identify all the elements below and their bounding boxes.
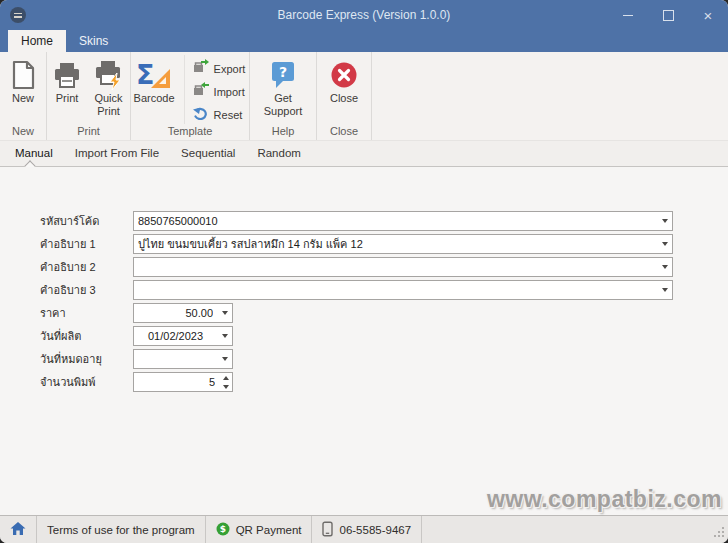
status-bar: Terms of use for the program $ QR Paymen… (0, 515, 728, 543)
price-input[interactable] (134, 304, 217, 322)
terms-link[interactable]: Terms of use for the program (37, 516, 206, 543)
resize-grip[interactable] (713, 526, 728, 543)
ribbon-group-close: Close Close (317, 52, 372, 140)
form-row-description-3: คำอธิบาย 3 (40, 281, 728, 299)
svg-text:$: $ (220, 524, 226, 534)
chevron-down-icon[interactable] (657, 235, 672, 253)
new-button[interactable]: New (4, 55, 42, 105)
import-icon (193, 82, 209, 101)
close-circle-icon (330, 58, 358, 92)
qr-payment-link[interactable]: $ QR Payment (206, 516, 313, 543)
chevron-down-icon[interactable] (657, 281, 672, 299)
form-row-description-2: คำอธิบาย 2 (40, 258, 728, 276)
field-label: คำอธิบาย 1 (40, 235, 133, 253)
field-label: วันที่หมดอายุ (40, 350, 133, 368)
svg-text:?: ? (279, 64, 287, 80)
reset-icon (193, 106, 209, 124)
group-label: Print (47, 124, 130, 140)
manual-panel: รหัสบาร์โค้ด คำอธิบาย 1 คำอธิบาย 2 (0, 167, 728, 515)
spinner-down-icon[interactable] (219, 382, 232, 391)
export-icon (193, 59, 209, 78)
production-date-input[interactable] (134, 327, 217, 345)
expiry-date-picker[interactable] (133, 349, 233, 369)
group-label: New (0, 124, 46, 140)
barcode-template-icon: Σ (136, 58, 172, 92)
chevron-down-icon[interactable] (657, 258, 672, 276)
mode-tab-random[interactable]: Random (246, 141, 311, 166)
chevron-down-icon[interactable] (217, 327, 232, 345)
quick-print-button[interactable]: Quick Print (87, 55, 130, 117)
phone-segment: 06-5585-9467 (312, 516, 422, 543)
get-support-button[interactable]: ? Get Support (256, 55, 310, 117)
printer-icon (52, 58, 82, 92)
home-icon (10, 521, 26, 538)
home-segment[interactable] (0, 516, 37, 543)
ribbon-tab-bar: Home Skins (0, 30, 728, 52)
close-app-button[interactable]: Close (325, 55, 363, 105)
mode-tab-import-from-file[interactable]: Import From File (64, 141, 170, 166)
price-combobox[interactable] (133, 303, 233, 323)
mode-tab-sequential[interactable]: Sequential (170, 141, 246, 166)
phone-number: 06-5585-9467 (339, 524, 411, 536)
mode-tab-bar: Manual Import From File Sequential Rando… (0, 141, 728, 167)
ribbon-tab-home[interactable]: Home (8, 30, 66, 52)
description-2-combobox[interactable] (133, 257, 673, 277)
field-label: คำอธิบาย 3 (40, 281, 133, 299)
quantity-stepper[interactable] (133, 372, 233, 392)
group-label: Template (131, 124, 249, 140)
ribbon-group-new: New New (0, 52, 47, 140)
coin-icon: $ (216, 522, 230, 538)
expiry-date-input[interactable] (134, 350, 217, 368)
quick-print-icon (93, 58, 125, 92)
description-2-input[interactable] (134, 258, 657, 276)
description-3-input[interactable] (134, 281, 657, 299)
description-3-combobox[interactable] (133, 280, 673, 300)
form-row-description-1: คำอธิบาย 1 (40, 235, 728, 253)
group-label: Help (250, 124, 316, 140)
ribbon: New New Print Quick Print (0, 52, 728, 141)
barcode-button[interactable]: Σ Barcode (129, 55, 180, 105)
export-button[interactable]: Export (191, 59, 252, 78)
ribbon-group-print: Print Quick Print Print (47, 52, 131, 140)
spinner-buttons[interactable] (219, 373, 232, 391)
description-1-combobox[interactable] (133, 234, 673, 254)
form-row-print-quantity: จำนวนพิมพ์ (40, 373, 728, 391)
help-bubble-icon: ? (269, 58, 297, 92)
maximize-button[interactable] (648, 0, 688, 30)
minimize-button[interactable] (608, 0, 648, 30)
spinner-up-icon[interactable] (219, 373, 232, 382)
mode-tab-manual[interactable]: Manual (4, 141, 64, 166)
chevron-down-icon[interactable] (657, 212, 672, 230)
ribbon-empty-area (372, 52, 728, 140)
field-label: จำนวนพิมพ์ (40, 373, 133, 391)
barcode-input[interactable] (134, 212, 657, 230)
description-1-input[interactable] (134, 235, 657, 253)
reset-button[interactable]: Reset (191, 105, 252, 124)
template-small-buttons: Export Import Reset (184, 55, 252, 124)
title-bar: Barcode Express (Version 1.0.0) × (0, 0, 728, 30)
import-button[interactable]: Import (191, 82, 252, 101)
phone-icon (322, 521, 333, 539)
field-label: วันที่ผลิต (40, 327, 133, 345)
ribbon-group-template: Σ Barcode Export Impor (131, 52, 250, 140)
watermark: www.compatbiz.com (487, 486, 722, 513)
chevron-down-icon[interactable] (217, 304, 232, 322)
form-row-expiry-date: วันที่หมดอายุ (40, 350, 728, 368)
quantity-input[interactable] (134, 373, 219, 391)
form-row-price: ราคา (40, 304, 728, 322)
form-row-production-date: วันที่ผลิต (40, 327, 728, 345)
field-label: คำอธิบาย 2 (40, 258, 133, 276)
field-label: รหัสบาร์โค้ด (40, 212, 133, 230)
form-row-barcode: รหัสบาร์โค้ด (40, 212, 728, 230)
window-controls: × (608, 0, 728, 30)
ribbon-tab-skins[interactable]: Skins (66, 30, 121, 52)
window-close-button[interactable]: × (688, 0, 728, 30)
production-date-picker[interactable] (133, 326, 233, 346)
chevron-down-icon[interactable] (217, 350, 232, 368)
app-menu-icon[interactable] (10, 7, 26, 23)
barcode-form: รหัสบาร์โค้ด คำอธิบาย 1 คำอธิบาย 2 (0, 167, 728, 391)
print-button[interactable]: Print (47, 55, 87, 105)
svg-text:Σ: Σ (136, 59, 154, 90)
barcode-combobox[interactable] (133, 211, 673, 231)
group-label: Close (317, 124, 371, 140)
